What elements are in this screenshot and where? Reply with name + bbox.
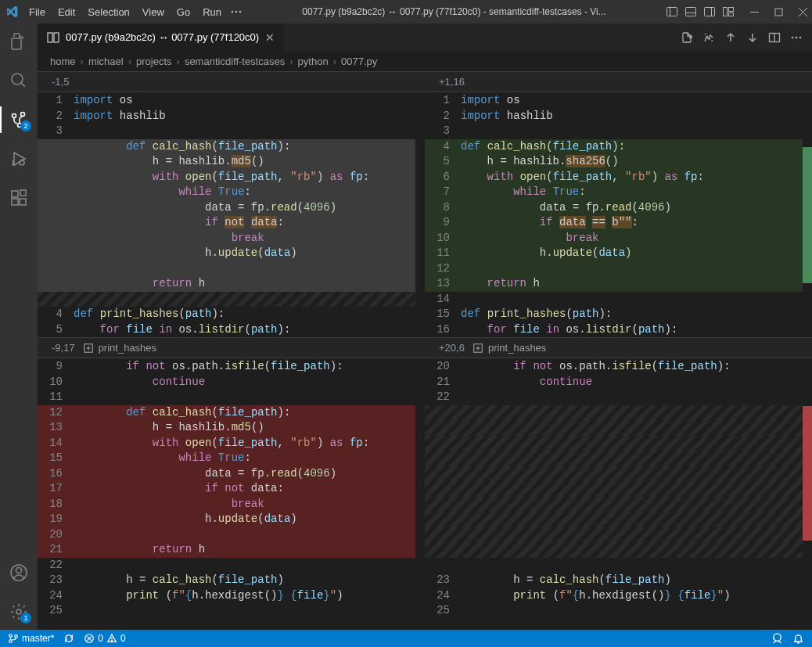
left-line[interactable]: 21 return h bbox=[38, 542, 415, 558]
breadcrumb-1[interactable]: michael bbox=[88, 56, 124, 67]
breadcrumb-5[interactable]: 0077.py bbox=[341, 56, 377, 67]
right-line[interactable]: 15def print_hashes(path): bbox=[425, 307, 803, 322]
customize-layout-icon[interactable] bbox=[722, 5, 735, 18]
right-pane-2[interactable]: 20 if not os.path.isfile(file_path):21 c… bbox=[425, 359, 803, 619]
right-line[interactable] bbox=[425, 558, 803, 573]
close-window-icon[interactable] bbox=[799, 8, 807, 16]
menu-edit[interactable]: Edit bbox=[52, 3, 81, 21]
left-line[interactable] bbox=[38, 292, 415, 307]
left-line[interactable]: 1import os bbox=[38, 93, 415, 109]
open-file-icon[interactable] bbox=[681, 31, 693, 44]
right-line[interactable]: 4def calc_hash(file_path): bbox=[425, 139, 803, 155]
left-line[interactable]: h.update(data) bbox=[38, 246, 415, 261]
overview-ruler-2[interactable] bbox=[803, 359, 812, 619]
left-line[interactable]: 17 if not data: bbox=[38, 481, 415, 497]
settings-gear-icon[interactable]: 1 bbox=[0, 598, 38, 625]
toggle-panel-icon[interactable] bbox=[684, 5, 697, 18]
status-sync-icon[interactable] bbox=[63, 633, 74, 644]
left-line[interactable]: return h bbox=[38, 276, 415, 292]
right-pane-1[interactable]: 1import os2import hashlib34def calc_hash… bbox=[425, 93, 803, 337]
explorer-icon[interactable] bbox=[0, 28, 38, 55]
right-line[interactable] bbox=[425, 512, 803, 527]
right-line[interactable]: 2import hashlib bbox=[425, 109, 803, 124]
run-debug-icon[interactable] bbox=[0, 146, 38, 172]
left-line[interactable]: 12 def calc_hash(file_path): bbox=[38, 405, 415, 421]
left-line[interactable]: 3 bbox=[38, 124, 415, 139]
accounts-icon[interactable] bbox=[0, 559, 38, 586]
menu-go[interactable]: Go bbox=[171, 3, 196, 21]
left-line[interactable]: 18 break bbox=[38, 497, 415, 512]
right-line[interactable]: 1import os bbox=[425, 93, 803, 109]
right-line[interactable]: 24 print (f"{h.hexdigest()} {file}") bbox=[425, 588, 803, 604]
right-line[interactable]: 11 h.update(data) bbox=[425, 246, 803, 261]
right-line[interactable]: 6 with open(file_path, "rb") as fp: bbox=[425, 170, 803, 185]
minimize-icon[interactable] bbox=[750, 8, 759, 16]
prev-change-icon[interactable] bbox=[724, 31, 737, 44]
right-line[interactable]: 22 bbox=[425, 390, 803, 405]
menu-selection[interactable]: Selection bbox=[82, 3, 135, 21]
right-line[interactable]: 12 bbox=[425, 261, 803, 277]
overflow-menu-icon[interactable] bbox=[230, 5, 243, 18]
toggle-sidebar-right-icon[interactable] bbox=[703, 5, 716, 18]
split-editor-icon[interactable] bbox=[768, 31, 781, 44]
left-line[interactable]: while True: bbox=[38, 185, 415, 200]
right-line[interactable] bbox=[425, 466, 803, 482]
left-line[interactable]: 5 for file in os.listdir(path): bbox=[38, 322, 415, 338]
status-problems[interactable]: 0 0 bbox=[84, 633, 125, 644]
right-line[interactable]: 13 return h bbox=[425, 276, 803, 292]
left-line[interactable]: data = fp.read(4096) bbox=[38, 200, 415, 216]
left-line[interactable]: 11 bbox=[38, 390, 415, 405]
breadcrumb-2[interactable]: projects bbox=[136, 56, 172, 67]
maximize-icon[interactable] bbox=[774, 8, 783, 16]
left-line[interactable]: 10 continue bbox=[38, 375, 415, 390]
right-line[interactable] bbox=[425, 527, 803, 543]
left-line[interactable]: 4def print_hashes(path): bbox=[38, 307, 415, 322]
left-line[interactable]: 24 print (f"{h.hexdigest()} {file}") bbox=[38, 588, 415, 604]
right-line[interactable] bbox=[425, 436, 803, 451]
left-line[interactable]: def calc_hash(file_path): bbox=[38, 139, 415, 155]
right-line[interactable]: 16 for file in os.listdir(path): bbox=[425, 322, 803, 338]
left-line[interactable]: h = hashlib.md5() bbox=[38, 154, 415, 170]
left-line[interactable] bbox=[38, 261, 415, 277]
right-line[interactable]: 5 h = hashlib.sha256() bbox=[425, 154, 803, 170]
more-actions-icon[interactable] bbox=[790, 31, 803, 44]
menu-file[interactable]: File bbox=[23, 3, 51, 21]
diff-editor[interactable]: -1,5 +1,16 1import os2import hashlib3 de… bbox=[38, 71, 812, 630]
search-icon[interactable] bbox=[0, 67, 38, 94]
left-line[interactable]: break bbox=[38, 231, 415, 246]
breadcrumbs[interactable]: home›michael›projects›semanticdiff-testc… bbox=[38, 51, 812, 71]
left-line[interactable]: 13 h = hashlib.md5() bbox=[38, 420, 415, 436]
right-line[interactable]: 23 h = calc_hash(file_path) bbox=[425, 573, 803, 588]
status-feedback-icon[interactable] bbox=[771, 633, 783, 645]
breadcrumb-0[interactable]: home bbox=[50, 56, 76, 67]
right-line[interactable]: 10 break bbox=[425, 231, 803, 246]
left-pane-1[interactable]: 1import os2import hashlib3 def calc_hash… bbox=[38, 93, 415, 337]
left-line[interactable]: 20 bbox=[38, 527, 415, 543]
right-line[interactable] bbox=[425, 405, 803, 421]
left-line[interactable]: if not data: bbox=[38, 215, 415, 231]
right-line[interactable]: 3 bbox=[425, 124, 803, 139]
left-line[interactable]: 19 h.update(data) bbox=[38, 512, 415, 527]
right-line[interactable] bbox=[425, 481, 803, 497]
left-line[interactable]: 23 h = calc_hash(file_path) bbox=[38, 573, 415, 588]
status-branch[interactable]: master* bbox=[8, 633, 54, 644]
right-line[interactable] bbox=[425, 497, 803, 512]
menu-run[interactable]: Run bbox=[197, 3, 227, 21]
left-line[interactable]: with open(file_path, "rb") as fp: bbox=[38, 170, 415, 185]
right-line[interactable] bbox=[425, 451, 803, 466]
right-line[interactable]: 21 continue bbox=[425, 375, 803, 390]
source-control-icon[interactable]: 2 bbox=[0, 106, 38, 133]
left-line[interactable]: 22 bbox=[38, 558, 415, 573]
tab-close-icon[interactable]: ✕ bbox=[265, 32, 275, 43]
breadcrumb-4[interactable]: python bbox=[298, 56, 329, 67]
right-line[interactable] bbox=[425, 542, 803, 558]
left-line[interactable]: 9 if not os.path.isfile(file_path): bbox=[38, 359, 415, 375]
left-pane-2[interactable]: 9 if not os.path.isfile(file_path):10 co… bbox=[38, 359, 415, 619]
overview-ruler-1[interactable] bbox=[803, 93, 812, 337]
tab-diff[interactable]: 0077.py (b9a2bc2c) ↔ 0077.py (77f120c0) … bbox=[38, 23, 285, 51]
breadcrumb-3[interactable]: semanticdiff-testcases bbox=[185, 56, 285, 67]
right-line[interactable] bbox=[425, 420, 803, 436]
next-change-icon[interactable] bbox=[746, 31, 759, 44]
left-line[interactable]: 2import hashlib bbox=[38, 109, 415, 124]
menu-view[interactable]: View bbox=[137, 3, 170, 21]
